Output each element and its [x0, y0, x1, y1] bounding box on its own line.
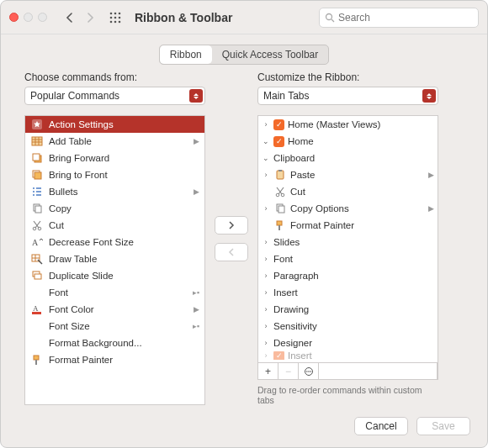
command-item[interactable]: Draw Table	[25, 250, 204, 267]
command-item[interactable]: Bring to Front	[25, 166, 204, 183]
command-item[interactable]: ADecrease Font Size	[25, 234, 204, 250]
ribbon-group-node[interactable]: ›Font	[258, 250, 438, 267]
ribbon-tab-node[interactable]: ›✓Insert	[258, 351, 438, 360]
command-item[interactable]: Duplicate Slide	[25, 267, 204, 284]
cancel-button[interactable]: Cancel	[354, 417, 408, 435]
disclosure-icon[interactable]: ›	[262, 339, 270, 347]
ribbon-group-node[interactable]: ⌄Clipboard	[258, 150, 438, 166]
checkbox-icon[interactable]: ✓	[273, 351, 284, 360]
tab-quick-access[interactable]: Quick Access Toolbar	[212, 45, 329, 64]
search-icon	[325, 13, 335, 23]
node-label: Paragraph	[273, 271, 319, 281]
command-label: Bullets	[49, 187, 78, 197]
disclosure-icon[interactable]: ›	[262, 305, 270, 314]
ribbon-command-node[interactable]: ›Copy Options▶	[258, 200, 438, 217]
command-item[interactable]: Font Size▸▪	[25, 318, 204, 335]
tab-ribbon[interactable]: Ribbon	[160, 45, 212, 64]
command-item[interactable]: Copy	[25, 200, 204, 217]
disclosure-icon[interactable]: ›	[262, 120, 270, 129]
command-label: Cut	[49, 220, 64, 230]
command-item[interactable]: Bring Forward	[25, 150, 204, 166]
svg-point-7	[114, 20, 117, 23]
command-item[interactable]: Action Settings	[25, 116, 204, 133]
svg-point-56	[310, 371, 311, 372]
ribbon-command-node[interactable]: ›Paste▶	[258, 166, 438, 183]
ribbon-group-node[interactable]: ›Drawing	[258, 301, 438, 318]
search-field[interactable]	[319, 8, 479, 28]
command-item[interactable]: Format Background...	[25, 335, 204, 351]
command-item[interactable]: Add Table▶	[25, 133, 204, 150]
font-color-icon: A	[30, 303, 44, 316]
svg-point-47	[276, 193, 279, 197]
minimize-icon[interactable]	[24, 13, 33, 22]
command-label: Format Painter	[49, 355, 113, 365]
ribbon-command-node[interactable]: Cut	[258, 183, 438, 200]
disclosure-icon[interactable]: ›	[262, 238, 270, 246]
settings-button[interactable]	[299, 363, 319, 379]
node-label: Drawing	[273, 304, 309, 314]
save-button[interactable]: Save	[416, 417, 470, 435]
remove-command-button[interactable]	[215, 243, 248, 261]
back-button[interactable]	[61, 8, 79, 27]
svg-point-21	[33, 187, 34, 189]
command-item[interactable]: Font▸▪	[25, 284, 204, 301]
add-command-button[interactable]	[215, 216, 248, 235]
node-label: Insert	[273, 287, 298, 298]
command-item[interactable]: Format Painter	[25, 351, 204, 368]
draw-table-icon	[30, 252, 44, 266]
forward-button[interactable]	[81, 8, 99, 27]
ribbon-tree[interactable]: ›✓Home (Master Views)⌄✓Home⌄Clipboard›Pa…	[257, 115, 438, 380]
remove-tab-button[interactable]: −	[278, 363, 299, 379]
duplicate-icon	[30, 269, 44, 282]
disclosure-icon[interactable]: ›	[262, 255, 270, 263]
commands-source-select[interactable]: Popular Commands	[24, 87, 205, 105]
zoom-icon[interactable]	[38, 13, 47, 22]
ribbon-tab-node[interactable]: ⌄✓Home	[258, 133, 438, 150]
close-icon[interactable]	[9, 13, 19, 22]
commands-list[interactable]: Action SettingsAdd Table▶Bring ForwardBr…	[24, 115, 205, 405]
disclosure-icon[interactable]: ⌄	[262, 154, 270, 162]
ribbon-group-node[interactable]: ›Sensitivity	[258, 318, 438, 335]
ribbon-group-node[interactable]: ›Paragraph	[258, 267, 438, 284]
disclosure-icon[interactable]: ›	[262, 204, 270, 213]
disclosure-icon[interactable]: ›	[262, 288, 270, 297]
svg-rect-18	[33, 154, 40, 161]
search-input[interactable]	[338, 12, 473, 24]
nav-buttons	[61, 8, 99, 27]
ribbon-label: Customize the Ribbon:	[257, 71, 438, 83]
command-label: Action Settings	[49, 119, 114, 129]
node-label: Copy Options	[290, 203, 349, 213]
painter-icon	[273, 219, 287, 232]
blank-icon	[30, 336, 44, 350]
add-tab-button[interactable]: +	[258, 363, 278, 379]
stepper-icon	[189, 89, 203, 103]
ribbon-tab-node[interactable]: ›✓Home (Master Views)	[258, 116, 438, 133]
ribbon-group-node[interactable]: ›Slides	[258, 234, 438, 250]
svg-rect-38	[34, 274, 41, 279]
disclosure-icon[interactable]: ›	[262, 351, 270, 360]
command-item[interactable]: AFont Color▶	[25, 301, 204, 318]
checkbox-icon[interactable]: ✓	[273, 119, 284, 130]
disclosure-icon[interactable]: ⌄	[262, 137, 270, 145]
chevron-right-icon: ▶	[428, 171, 434, 179]
show-all-button[interactable]	[106, 8, 125, 27]
disclosure-icon[interactable]: ›	[262, 271, 270, 280]
command-item[interactable]: Cut	[25, 217, 204, 234]
chevron-right-icon: ▶	[194, 305, 199, 314]
command-item[interactable]: Bullets▶	[25, 183, 204, 200]
svg-point-55	[308, 371, 310, 372]
node-label: Slides	[273, 237, 300, 247]
svg-point-48	[281, 193, 284, 197]
svg-text:A: A	[33, 304, 39, 313]
svg-point-0	[110, 12, 113, 14]
node-label: Clipboard	[273, 153, 315, 163]
ribbon-command-node[interactable]: Format Painter	[258, 217, 438, 234]
ribbon-scope-select[interactable]: Main Tabs	[257, 87, 438, 105]
svg-rect-12	[32, 137, 42, 145]
ribbon-group-node[interactable]: ›Designer	[258, 335, 438, 351]
ribbon-group-node[interactable]: ›Insert	[258, 284, 438, 301]
disclosure-icon[interactable]: ›	[262, 322, 270, 330]
disclosure-icon[interactable]: ›	[262, 171, 270, 179]
checkbox-icon[interactable]: ✓	[273, 136, 284, 147]
command-label: Bring Forward	[49, 153, 109, 163]
